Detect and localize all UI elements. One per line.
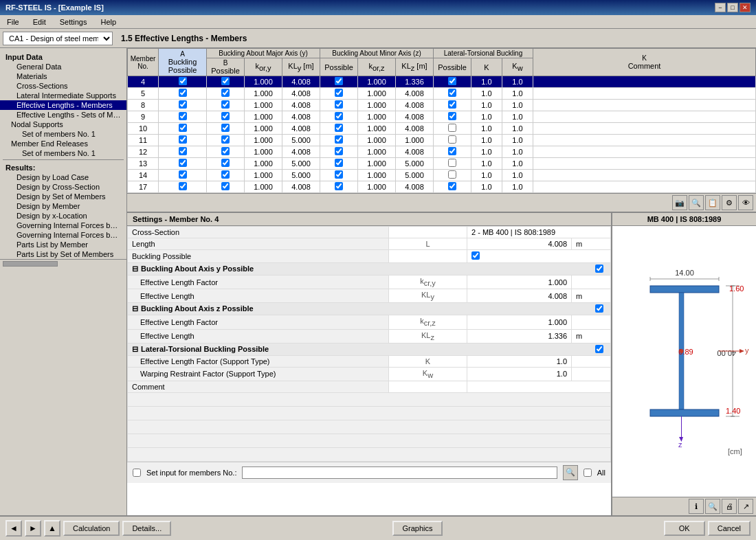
sidebar-item-nodal-supports[interactable]: Nodal Supports <box>0 120 126 129</box>
svg-rect-6 <box>650 409 719 416</box>
settings-label-comment: Comment <box>128 381 389 392</box>
col-hij-group: Lateral-Torsional Buckling <box>434 49 533 58</box>
col-a-header: ABucklingPossible <box>159 49 207 76</box>
table-btn-screenshot[interactable]: 📷 <box>672 195 687 210</box>
settings-unit-elf-z <box>572 315 611 329</box>
svg-text:z: z <box>678 440 682 449</box>
all-label: All <box>597 469 605 477</box>
set-input-search-btn[interactable]: 🔍 <box>563 465 578 480</box>
table-row[interactable]: 41.0004.0081.0001.3361.01.0 <box>128 76 756 88</box>
menu-file[interactable]: File <box>3 17 23 27</box>
settings-row-buckling-possible: Buckling Possible <box>128 250 611 263</box>
cancel-button[interactable]: Cancel <box>708 521 751 536</box>
sidebar-item-design-load-case[interactable]: Design by Load Case <box>0 172 126 182</box>
ca-dropdown[interactable]: CA1 - Design of steel members a... <box>3 32 113 45</box>
graphics-button[interactable]: Graphics <box>392 521 442 536</box>
minimize-btn[interactable]: − <box>715 3 726 12</box>
sidebar-scrollbar[interactable] <box>0 259 126 267</box>
table-row[interactable]: 91.0004.0081.0004.0081.01.0 <box>128 111 756 123</box>
details-button[interactable]: Details... <box>122 521 171 536</box>
sidebar-item-effective-lengths-sets[interactable]: Effective Lengths - Sets of Me... <box>0 110 126 120</box>
settings-value-elf-y: 1.000 <box>467 275 572 289</box>
axis-z-possible-checkbox[interactable] <box>595 304 603 313</box>
axis-y-possible-checkbox[interactable] <box>595 265 603 273</box>
settings-label-elf-y: Effective Length Factor <box>128 275 389 289</box>
cross-section-title: MB 400 | IS 808:1989 <box>612 213 756 226</box>
nav-up-btn[interactable]: ▲ <box>44 520 60 537</box>
settings-value-el-y: 4.008 <box>467 289 572 303</box>
sidebar: Input Data General Data Materials Cross-… <box>0 48 127 515</box>
settings-label-ltb-kw: Warping Restraint Factor (Support Type) <box>128 367 389 381</box>
settings-row-comment: Comment <box>128 381 611 392</box>
col-f-kor-z: kor,z <box>358 58 396 76</box>
table-row[interactable]: 171.0004.0081.0004.0081.01.0 <box>128 181 756 193</box>
nav-back-btn[interactable]: ◄ <box>5 520 22 537</box>
close-btn[interactable]: ✕ <box>740 3 751 12</box>
sidebar-item-cross-sections[interactable]: Cross-Sections <box>0 81 126 91</box>
sidebar-item-design-member[interactable]: Design by Member <box>0 201 126 211</box>
set-input-checkbox[interactable] <box>133 469 141 477</box>
sidebar-item-design-x-location[interactable]: Design by x-Location <box>0 211 126 221</box>
sidebar-item-general-data[interactable]: General Data <box>0 62 126 71</box>
table-row[interactable]: 121.0004.0081.0004.0081.01.0 <box>128 146 756 158</box>
table-row[interactable]: 101.0004.0081.0004.0081.01.0 <box>128 123 756 135</box>
table-btn-settings[interactable]: ⚙ <box>722 195 737 210</box>
table-btn-zoom[interactable]: 🔍 <box>689 195 704 210</box>
settings-label-el-y: Effective Length <box>128 289 389 303</box>
sidebar-item-effective-lengths-members[interactable]: Effective Lengths - Members <box>0 100 126 110</box>
buckling-possible-checkbox[interactable] <box>471 251 480 260</box>
settings-symbol-cross-section <box>389 227 467 238</box>
set-input-members-field[interactable] <box>242 466 557 479</box>
cs-zoom-btn[interactable]: 🔍 <box>705 499 720 514</box>
toolbar-strip: CA1 - Design of steel members a... 1.5 E… <box>0 29 756 48</box>
sidebar-item-gov-internal-s[interactable]: Governing Internal Forces by S... <box>0 230 126 240</box>
settings-symbol-comment <box>389 381 467 392</box>
sidebar-item-design-cross-section[interactable]: Design by Cross-Section <box>0 182 126 192</box>
settings-row-elf-z: Effective Length Factor kcr,z 1.000 <box>128 315 611 329</box>
settings-symbol-el-z: KLz <box>389 329 467 343</box>
sidebar-item-gov-internal-m[interactable]: Governing Internal Forces by M... <box>0 221 126 230</box>
bottom-bar: ◄ ► ▲ Calculation Details... Graphics OK… <box>0 515 756 540</box>
settings-row-axis-y-group: ⊟Buckling About Axis y Possible <box>128 263 611 275</box>
sidebar-item-parts-list-set[interactable]: Parts List by Set of Members <box>0 249 126 259</box>
maximize-btn[interactable]: □ <box>727 3 738 12</box>
table-btn-view[interactable]: 👁 <box>738 195 753 210</box>
settings-label-cross-section: Cross-Section <box>128 227 389 238</box>
menu-settings[interactable]: Settings <box>56 17 91 27</box>
sidebar-item-releases-set1[interactable]: Set of members No. 1 <box>0 148 126 158</box>
svg-text:1.40: 1.40 <box>726 407 740 415</box>
settings-unit-ltb-kw <box>572 367 611 381</box>
sidebar-item-nodal-set1[interactable]: Set of members No. 1 <box>0 129 126 139</box>
settings-row-axis-z-group: ⊟Buckling About Axis z Possible <box>128 303 611 315</box>
cs-print-btn[interactable]: 🖨 <box>722 499 737 514</box>
table-row[interactable]: 131.0005.0001.0005.0001.01.0 <box>128 158 756 170</box>
settings-value-buckling-possible[interactable] <box>467 250 611 263</box>
menu-edit[interactable]: Edit <box>29 17 50 27</box>
cs-export-btn[interactable]: ↗ <box>738 499 753 514</box>
sidebar-item-lateral-supports[interactable]: Lateral Intermediate Supports <box>0 91 126 100</box>
window-controls[interactable]: − □ ✕ <box>715 3 751 12</box>
settings-row-elf-y: Effective Length Factor kcr,y 1.000 <box>128 275 611 289</box>
sidebar-item-member-end-releases[interactable]: Member End Releases <box>0 139 126 148</box>
table-row[interactable]: 51.0004.0081.0004.0081.01.0 <box>128 88 756 100</box>
sidebar-item-parts-list-member[interactable]: Parts List by Member <box>0 240 126 249</box>
nav-forward-btn[interactable]: ► <box>25 520 41 537</box>
table-btn-copy[interactable]: 📋 <box>705 195 720 210</box>
col-g-klz: KLz [m] <box>396 58 434 76</box>
settings-row-el-z: Effective Length KLz 1.336 m <box>128 329 611 343</box>
table-row[interactable]: 111.0005.0001.0001.0001.01.0 <box>128 135 756 146</box>
sidebar-item-design-set-members[interactable]: Design by Set of Members <box>0 192 126 201</box>
table-row[interactable]: 141.0005.0001.0005.0001.01.0 <box>128 170 756 181</box>
ok-button[interactable]: OK <box>664 521 705 536</box>
settings-symbol-elf-z: kcr,z <box>389 315 467 329</box>
calculation-button[interactable]: Calculation <box>63 521 120 536</box>
svg-text:40.00: 40.00 <box>717 349 736 357</box>
table-row[interactable]: 81.0004.0081.0004.0081.01.0 <box>128 100 756 111</box>
svg-marker-17 <box>740 349 744 353</box>
ltb-possible-checkbox[interactable] <box>595 345 603 353</box>
menu-help[interactable]: Help <box>96 17 120 27</box>
settings-row-cross-section: Cross-Section 2 - MB 400 | IS 808:1989 <box>128 227 611 238</box>
all-checkbox[interactable] <box>583 469 592 477</box>
cs-info-btn[interactable]: ℹ <box>689 499 704 514</box>
sidebar-item-materials[interactable]: Materials <box>0 71 126 81</box>
